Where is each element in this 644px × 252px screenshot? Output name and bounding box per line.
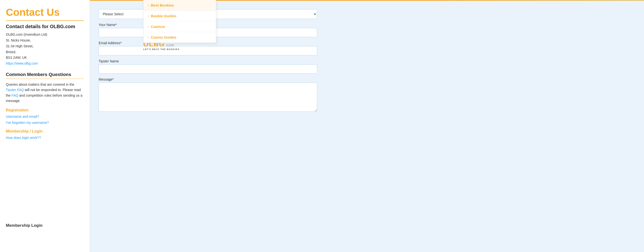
website-link[interactable]: https://www.olbg.com bbox=[6, 62, 38, 65]
tipster-input[interactable] bbox=[98, 64, 317, 74]
address-line-1: OLBG.com (Invendium Ltd) bbox=[6, 32, 84, 38]
address-line-3: 31-34 High Street, bbox=[6, 44, 84, 49]
dropdown-item-casino-guides[interactable]: › Casino Guides bbox=[144, 32, 216, 43]
login-link[interactable]: How does login work?? bbox=[6, 135, 84, 140]
address-line-4: Bristol, bbox=[6, 49, 84, 55]
logo-dotcom: .com bbox=[165, 44, 174, 47]
dropdown-menu: › Best Bookies › Bookie Guides › Casinos… bbox=[143, 0, 216, 43]
faq-paragraph: Queries about matters that are covered i… bbox=[6, 82, 84, 104]
dropdown-item-bookie-guides[interactable]: › Bookie Guides bbox=[144, 11, 216, 21]
form-group-tipster: Tipster Name bbox=[98, 59, 317, 74]
chevron-icon: › bbox=[148, 14, 149, 18]
message-label: Message* bbox=[98, 78, 317, 81]
right-panel: › Best Bookies › Bookie Guides › Casinos… bbox=[90, 0, 644, 252]
forgotten-username-link[interactable]: I've forgotten my username? bbox=[6, 120, 84, 125]
username-email-link[interactable]: Username and email? bbox=[6, 114, 84, 119]
address-line-2: St. Nicks House, bbox=[6, 38, 84, 44]
page-title: Contact Us bbox=[6, 7, 84, 18]
dropdown-label-bookie-guides: Bookie Guides bbox=[151, 14, 176, 18]
faq-text-1: Queries about matters that are covered i… bbox=[6, 82, 74, 86]
contact-heading: Contact details for OLBG.com bbox=[6, 24, 84, 30]
chevron-icon: › bbox=[148, 25, 149, 28]
dropdown-label-casinos: Casinos bbox=[151, 24, 165, 29]
page-wrapper: Contact Us Contact details for OLBG.com … bbox=[0, 0, 644, 252]
chevron-icon: › bbox=[148, 4, 149, 7]
membership-section: Membership / Login How does login work?? bbox=[6, 129, 84, 140]
common-members-heading: Common Members Questions bbox=[6, 72, 84, 77]
form-group-message: Message* bbox=[98, 78, 317, 112]
tipster-label: Tipster Name bbox=[98, 59, 317, 63]
tipster-faq-link[interactable]: Tipster FAQ bbox=[6, 88, 24, 92]
dropdown-item-best-bookies[interactable]: › Best Bookies bbox=[144, 0, 216, 11]
logo-tagline: LET'S BEAT THE BOOKIES bbox=[143, 48, 180, 50]
chevron-icon: › bbox=[148, 36, 149, 39]
dropdown-label-casino-guides: Casino Guides bbox=[151, 35, 176, 39]
dropdown-label-best-bookies: Best Bookies bbox=[151, 3, 174, 7]
address-line-5: BS1 2AW, UK bbox=[6, 55, 84, 61]
left-panel: Contact Us Contact details for OLBG.com … bbox=[0, 0, 90, 252]
contact-address: OLBG.com (Invendium Ltd) St. Nicks House… bbox=[6, 32, 84, 66]
message-textarea[interactable] bbox=[98, 82, 317, 112]
membership-title: Membership / Login bbox=[6, 129, 84, 134]
membership-login-label: Membership Login bbox=[6, 223, 84, 228]
faq-link[interactable]: FAQ bbox=[12, 94, 18, 97]
dropdown-item-casinos[interactable]: › Casinos bbox=[144, 21, 216, 32]
form-group-email: Email Address* bbox=[98, 41, 317, 55]
registration-title: Registration bbox=[6, 108, 84, 112]
email-input[interactable] bbox=[98, 46, 317, 55]
